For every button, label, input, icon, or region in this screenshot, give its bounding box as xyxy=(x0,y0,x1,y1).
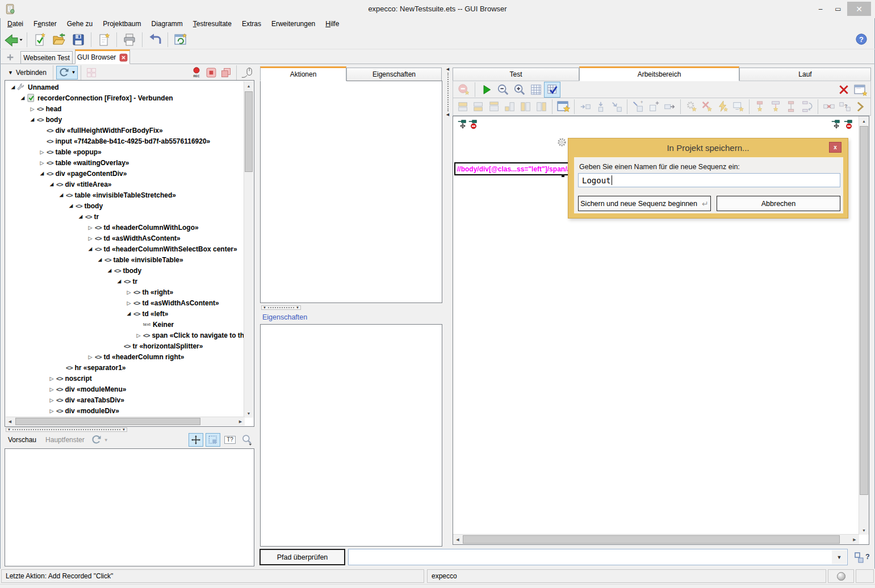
layout-5-button[interactable] xyxy=(518,99,534,115)
scroll-down-icon[interactable]: ▼ xyxy=(859,526,869,535)
refresh-dropdown-button[interactable]: ▼ xyxy=(56,66,78,79)
grid-check-button[interactable] xyxy=(544,82,560,98)
expander-icon[interactable]: ◢ xyxy=(19,95,27,100)
expander-icon[interactable]: ◢ xyxy=(9,85,17,90)
zoom-in-button[interactable] xyxy=(511,82,527,98)
expander-icon[interactable]: ▷ xyxy=(38,149,46,155)
remove-step-button[interactable] xyxy=(455,82,472,98)
tree-row[interactable]: ◢ <>tbody xyxy=(6,265,244,276)
tab-aktionen[interactable]: Aktionen xyxy=(260,66,346,81)
lightning-star-button[interactable] xyxy=(715,99,731,115)
tree-row[interactable]: ▷ <>div «moduleMenu» xyxy=(6,384,244,394)
tab-eigenschaften[interactable]: Eigenschaften xyxy=(346,68,442,81)
tab-test[interactable]: Test xyxy=(453,68,579,81)
sequence-name-input[interactable]: Logout xyxy=(578,173,840,187)
drop-2-button[interactable] xyxy=(768,99,784,115)
open-folder-button[interactable] xyxy=(49,31,69,49)
scroll-up-icon[interactable]: ▲ xyxy=(244,81,253,90)
menu-item-fenster[interactable]: Fenster xyxy=(28,18,62,30)
tree-row[interactable]: ◢ <>tbody xyxy=(6,200,244,211)
insert-left-button[interactable] xyxy=(577,99,593,115)
expander-icon[interactable]: ▷ xyxy=(125,300,133,306)
magnifier-dropdown-button[interactable] xyxy=(240,433,254,447)
expander-icon[interactable]: ◢ xyxy=(38,171,46,176)
menu-item-erweiterungen[interactable]: Erweiterungen xyxy=(266,18,320,30)
maximize-button[interactable]: ▭ xyxy=(830,2,847,16)
canvas-hscroll-thumb[interactable] xyxy=(463,535,840,544)
canvas-vertical-scrollbar[interactable]: ▲ ▼ xyxy=(859,116,869,535)
frame-select-button[interactable] xyxy=(206,433,220,447)
expander-icon[interactable]: ▷ xyxy=(28,106,36,112)
save-button[interactable] xyxy=(69,31,88,49)
crosshair-button[interactable] xyxy=(189,433,203,447)
undo-button[interactable] xyxy=(145,31,165,49)
expander-icon[interactable]: ◢ xyxy=(96,257,104,262)
document-tab-webseiten-test[interactable]: Webseiten Test xyxy=(20,51,73,64)
scroll-down-icon[interactable]: ▼ xyxy=(244,409,253,418)
document-tab-gui-browser[interactable]: GUI Browser xyxy=(75,49,130,64)
new-document-button[interactable] xyxy=(94,31,114,49)
tree-row[interactable]: ◢ <>td «left» xyxy=(6,308,244,319)
preview-tab-hauptfenster[interactable]: Hauptfenster xyxy=(42,436,88,444)
stop-copy-button[interactable] xyxy=(219,66,233,79)
scroll-left-icon[interactable]: ◀ xyxy=(6,417,14,426)
tree-hscroll-thumb[interactable] xyxy=(15,418,200,425)
tree-row[interactable]: ◢ <>table «invisibleTableStretched» xyxy=(6,190,244,200)
layout-4-button[interactable] xyxy=(503,99,518,115)
layout-2-button[interactable] xyxy=(471,99,487,115)
expander-icon[interactable]: ▷ xyxy=(38,160,46,166)
gear-star-button[interactable] xyxy=(684,99,700,115)
dialog-close-button[interactable]: x xyxy=(829,142,841,153)
expander-icon[interactable]: ◢ xyxy=(106,268,114,273)
text-question-button[interactable]: T? xyxy=(223,433,237,447)
play-button[interactable] xyxy=(478,82,495,98)
zoom-out-button[interactable] xyxy=(495,82,511,98)
toolbar-overflow-button[interactable] xyxy=(853,99,869,115)
tree-row[interactable]: ▷ <>noscript xyxy=(6,373,244,384)
expander-icon[interactable]: ▷ xyxy=(125,289,133,295)
tree-row[interactable]: ▷ <>td «asWidthAsContent» xyxy=(6,233,244,243)
tree-row[interactable]: ◢ <>body xyxy=(6,114,244,125)
expander-icon[interactable]: ▷ xyxy=(48,408,56,414)
menu-item-datei[interactable]: Datei xyxy=(2,18,28,30)
tab-lauf[interactable]: Lauf xyxy=(739,68,871,81)
expander-icon[interactable]: ▷ xyxy=(86,354,94,360)
add-tab-button[interactable] xyxy=(6,53,15,62)
tree-row[interactable]: textKeiner xyxy=(6,319,244,330)
grid-button[interactable] xyxy=(84,66,99,79)
window-star-button[interactable] xyxy=(555,99,571,115)
expander-icon[interactable]: ◢ xyxy=(57,192,65,198)
menu-item-testresultate[interactable]: Testresultate xyxy=(188,18,237,30)
tree-row[interactable]: ◢ Unnamed xyxy=(6,82,244,93)
tree-vertical-scrollbar[interactable]: ▲ ▼ xyxy=(244,81,253,418)
delete-x-button[interactable] xyxy=(835,82,852,98)
expander-icon[interactable]: ▷ xyxy=(135,333,143,338)
drop-1-button[interactable] xyxy=(752,99,768,115)
insert-down-button[interactable] xyxy=(593,99,609,115)
expander-icon[interactable]: ▷ xyxy=(86,236,94,241)
xpath-node[interactable]: //body/div[@clas...ss="left"]/span/a xyxy=(454,162,573,175)
expander-icon[interactable]: ◢ xyxy=(28,117,36,122)
anchor-move-icon[interactable] xyxy=(831,119,841,131)
tree-row[interactable]: <>div «fullHeightWidthForBodyFix» xyxy=(6,125,244,136)
tree-row[interactable]: ▷ <>table «popup» xyxy=(6,146,244,157)
tree-row[interactable]: ▷ <>td «asWidthAsContent» xyxy=(6,297,244,308)
expander-icon[interactable]: ◢ xyxy=(115,279,123,284)
tree-row[interactable]: ▷ <>td «headerColumnWithLogo» xyxy=(6,222,244,233)
print-button[interactable] xyxy=(120,31,139,49)
new-window-button[interactable] xyxy=(852,82,868,98)
grid-button[interactable] xyxy=(527,82,544,98)
layout-1-button[interactable] xyxy=(455,99,471,115)
layout-3-button[interactable] xyxy=(487,99,503,115)
connector-v-button[interactable] xyxy=(784,99,799,115)
tree-row[interactable]: <>hr «separator1» xyxy=(6,362,244,373)
help-button[interactable]: ? xyxy=(855,33,868,45)
record-button[interactable]: REC xyxy=(189,66,204,79)
move-right-button[interactable] xyxy=(662,99,678,115)
anchor-stop-icon[interactable] xyxy=(468,119,479,131)
scroll-left-icon[interactable]: ◀ xyxy=(453,535,462,544)
link-question-button[interactable]: ? xyxy=(837,99,853,115)
tree-row[interactable]: ◢ <>table «invisibleTable» xyxy=(6,254,244,265)
tree-horizontal-scrollbar[interactable]: ◀ ▶ xyxy=(6,417,245,426)
expander-icon[interactable]: ◢ xyxy=(125,311,133,316)
